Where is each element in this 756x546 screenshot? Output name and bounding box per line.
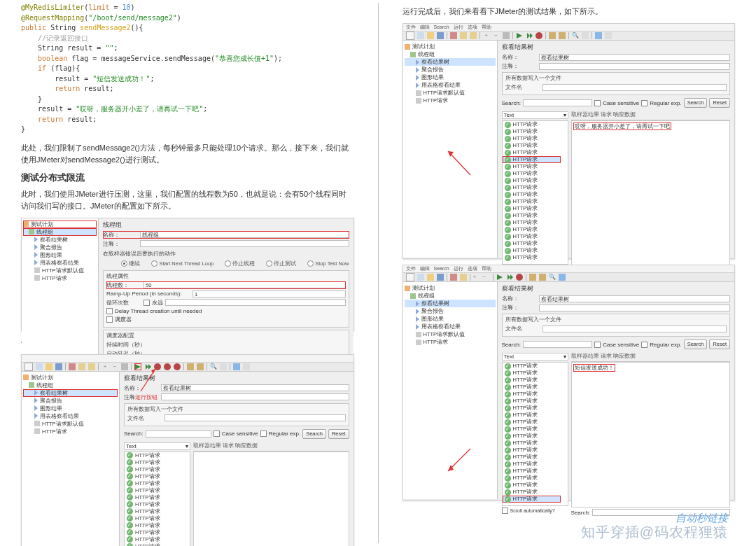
svg-marker-6	[527, 33, 530, 38]
fail-arrow	[445, 150, 473, 178]
tri-icon	[34, 244, 38, 250]
new-icon[interactable]	[24, 363, 33, 371]
name-input[interactable]: 线程组	[140, 231, 349, 238]
svg-marker-10	[497, 274, 503, 280]
search-button[interactable]: Search	[302, 429, 326, 439]
clear-icon[interactable]	[187, 363, 194, 370]
paragraph: 运行完成后，我们来看看下JMeter的测试结果，如下所示。	[402, 6, 736, 18]
svg-marker-7	[530, 33, 533, 38]
paragraph: 此处，我们限制了sendMessage2()方法，每秒钟最多只能处理10个请求。…	[21, 142, 354, 166]
threads-input[interactable]: 50	[144, 281, 346, 288]
cut-icon[interactable]	[69, 363, 76, 370]
reset-button[interactable]: Reset	[328, 429, 349, 439]
svg-marker-11	[507, 274, 510, 280]
svg-marker-4	[151, 369, 155, 374]
item-icon	[34, 267, 40, 273]
paragraph: 此时，我们使用JMeter进行压测，这里，我们配置的线程数为50，也就是说：会有…	[21, 188, 354, 212]
jmeter-run-screenshot: + − 🔍 运行按钮	[21, 354, 354, 546]
comment-input[interactable]	[140, 240, 349, 247]
item-icon	[34, 275, 40, 281]
save-icon[interactable]	[55, 363, 62, 370]
run-arrow-annotation	[138, 368, 159, 396]
open-icon[interactable]	[46, 363, 52, 370]
result-list[interactable]: HTTP请求HTTP请求HTTP请求HTTP请求HTTP请求HTTP请求HTTP…	[124, 451, 190, 546]
tri-icon	[34, 260, 38, 265]
tri-icon	[34, 237, 38, 242]
search-icon[interactable]: 🔍	[210, 363, 217, 370]
watermark2: 自动秒链接	[676, 512, 728, 525]
template-icon[interactable]	[36, 363, 43, 370]
watermark: 知乎穿插@码农程狸猿	[581, 523, 728, 542]
jmeter-result-fail-screenshot: 文件编辑Search运行选项帮助 + −	[402, 23, 736, 259]
ok-arrow	[445, 447, 473, 475]
svg-marker-5	[517, 33, 522, 38]
jmeter-thread-config-screenshot: 测试计划 线程组 察看结果树 聚合报告 图形结果 用表格察看结果 HTTP请求默…	[21, 218, 354, 331]
thread-icon	[29, 229, 34, 234]
jmeter-result-ok-screenshot: 文件编辑Search运行选项帮助 + − 🔍	[402, 265, 736, 500]
tri-icon	[34, 252, 38, 258]
paste-icon[interactable]	[88, 363, 95, 370]
plan-icon	[23, 221, 29, 227]
toolbar: + − 🔍	[22, 363, 354, 372]
menubar: 文件编辑Search运行选项帮助	[403, 24, 735, 31]
copy-icon[interactable]	[78, 363, 85, 370]
code-block: @MyRedisLimiter(limit = 10) @RequestMapp…	[21, 3, 354, 135]
svg-marker-12	[510, 274, 513, 280]
section-heading: 测试分布式限流	[21, 172, 354, 184]
clear-all-icon[interactable]	[197, 363, 204, 370]
